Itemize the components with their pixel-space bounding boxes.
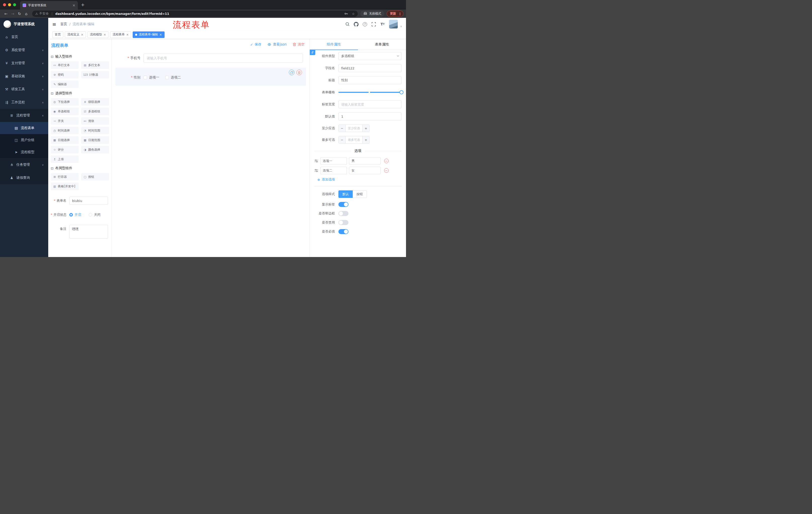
browser-menu-icon[interactable]: ⋮ <box>398 12 402 16</box>
component-chip-single-line-text[interactable]: ▭ 单行文本 <box>51 61 79 69</box>
component-chip-password[interactable]: ⊘ 密码 <box>51 71 79 78</box>
tag-process-definition[interactable]: 流程定义 × <box>65 31 86 38</box>
sidebar-item-task-management[interactable]: ⋔ 任务管理 ∨ <box>0 158 48 171</box>
back-icon[interactable]: ← <box>2 11 9 16</box>
max-select-placeholder[interactable]: 最多可选 <box>346 136 362 143</box>
window-close-button[interactable] <box>3 3 6 6</box>
component-type-select[interactable] <box>339 52 402 60</box>
sidebar-item-devtools[interactable]: ⚒ 研发工具 ∨ <box>0 83 48 96</box>
status-radio-off[interactable]: 关闭 <box>89 211 100 219</box>
tag-process-model[interactable]: 流程模型 × <box>87 31 109 38</box>
component-chip-select[interactable]: ◎ 下拉选择 <box>51 98 79 106</box>
sidebar-collapse-icon[interactable]: ≡ <box>52 21 56 27</box>
sidebar-item-process-model[interactable]: ➤ 流程模型 <box>0 146 48 158</box>
new-tab-button[interactable]: + <box>81 2 85 7</box>
style-default-button[interactable]: 默认 <box>339 190 353 198</box>
title-input[interactable] <box>339 76 402 84</box>
form-grid-slider[interactable] <box>339 88 402 96</box>
breadcrumb-home[interactable]: 首页 <box>60 22 67 26</box>
component-chip-time-picker[interactable]: ◷ 时间选择 <box>51 127 79 134</box>
bookmark-star-icon[interactable]: ☆ <box>352 12 355 16</box>
default-value-input[interactable] <box>339 112 402 120</box>
field-name-input[interactable] <box>339 64 402 72</box>
font-size-icon[interactable]: TT <box>380 22 385 27</box>
show-label-toggle[interactable] <box>339 202 348 207</box>
component-chip-cascader[interactable]: ⋔ 级联选择 <box>81 98 109 106</box>
stepper-increase-button[interactable]: + <box>362 136 369 143</box>
help-icon[interactable]: ? <box>362 22 368 27</box>
window-zoom-button[interactable] <box>13 3 16 6</box>
home-icon[interactable]: ⌂ <box>23 11 30 16</box>
component-chip-button[interactable]: ▢ 按钮 <box>81 173 109 181</box>
clear-button[interactable]: 清空 <box>293 42 304 47</box>
window-minimize-button[interactable] <box>8 3 11 6</box>
tab-close-icon[interactable]: × <box>72 3 76 7</box>
component-chip-time-range[interactable]: ◔ 时间范围 <box>81 127 109 134</box>
component-chip-date-picker[interactable]: ▦ 日期选择 <box>51 136 79 144</box>
label-width-input[interactable] <box>339 100 402 108</box>
component-chip-row-container[interactable]: ⊞ 行容器 <box>51 173 79 181</box>
component-chip-checkbox-group[interactable]: ☑ 多选框组 <box>81 108 109 115</box>
sidebar-item-payment[interactable]: ¥ 支付管理 ∨ <box>0 57 48 70</box>
form-remark-textarea[interactable]: 嘿嘿 <box>69 225 108 239</box>
tab-form-properties[interactable]: 表单属性 <box>358 39 406 50</box>
canvas-field-gender-selected[interactable]: 性别 选项一 选项二 <box>115 67 306 86</box>
component-chip-upload[interactable]: ↥ 上传 <box>51 155 79 163</box>
drag-handle-icon[interactable] <box>314 159 318 163</box>
security-indicator[interactable]: ⚠ 不安全 <box>35 11 49 16</box>
sidebar-item-workflow[interactable]: ⇶ 工作流程 ∧ <box>0 96 48 109</box>
sidebar-item-process-management[interactable]: ≣ 流程管理 ∧ <box>0 109 48 122</box>
tag-home[interactable]: 首页 <box>52 31 63 38</box>
drag-handle-icon[interactable] <box>314 169 318 172</box>
component-chip-date-range[interactable]: ▩ 日期范围 <box>81 136 109 144</box>
user-avatar[interactable] <box>389 20 398 29</box>
stepper-decrease-button[interactable]: − <box>339 136 346 143</box>
stepper-increase-button[interactable]: + <box>362 125 369 132</box>
tag-process-form-edit[interactable]: 流程表单-编辑 × <box>133 31 164 38</box>
github-icon[interactable] <box>354 22 359 27</box>
component-chip-editor[interactable]: ✎ 编辑器 <box>51 80 79 88</box>
option-value-input[interactable] <box>349 157 381 165</box>
component-chip-counter[interactable]: 123 计数器 <box>81 71 109 78</box>
delete-component-icon[interactable] <box>296 70 302 75</box>
browser-update-button[interactable]: 更新 ⋮ <box>387 10 404 17</box>
gender-option-1-checkbox[interactable]: 选项一 <box>143 75 159 80</box>
style-button-button[interactable]: 按钮 <box>353 190 367 198</box>
component-chip-radio-group[interactable]: ◉ 单选框组 <box>51 108 79 115</box>
canvas-field-phone[interactable]: 手机号 <box>115 52 306 64</box>
sidebar-item-user-group[interactable]: ◫ 用户分组 <box>0 134 48 146</box>
forward-icon[interactable]: → <box>9 11 16 16</box>
add-option-button[interactable]: ⊕ 添加选项 <box>317 177 402 182</box>
option-label-input[interactable] <box>320 157 347 165</box>
stepper-decrease-button[interactable]: − <box>339 125 346 132</box>
min-select-placeholder[interactable]: 至少应选 <box>346 125 362 132</box>
address-bar[interactable]: ⚠ 不安全 | dashboard.yudao.iocoder.cn/bpm/m… <box>32 10 358 17</box>
browser-tab[interactable]: 芋道管理系统 × <box>20 1 78 9</box>
sidebar-item-leave-query[interactable]: ♟ 请假查询 <box>0 171 48 184</box>
tag-close-icon[interactable]: × <box>126 33 128 36</box>
password-key-icon[interactable] <box>344 12 348 16</box>
slider-handle[interactable] <box>400 90 404 94</box>
search-icon[interactable] <box>345 22 350 27</box>
component-chip-rate[interactable]: ☆ 评分 <box>51 146 79 154</box>
sidebar-item-system[interactable]: ⚙ 系统管理 ∨ <box>0 44 48 57</box>
component-chip-slider[interactable]: ⊷ 滑块 <box>81 117 109 125</box>
component-type-value[interactable] <box>339 52 402 60</box>
sidebar-item-infrastructure[interactable]: ▣ 基础设施 ∨ <box>0 70 48 83</box>
fullscreen-icon[interactable] <box>371 22 376 27</box>
required-toggle[interactable] <box>339 229 348 234</box>
tag-process-form[interactable]: 流程表单 × <box>110 31 131 38</box>
sidebar-item-process-form[interactable]: ▤ 流程表单 <box>0 122 48 134</box>
tag-close-icon[interactable]: × <box>104 33 106 36</box>
remove-option-icon[interactable]: − <box>384 159 389 163</box>
save-button[interactable]: ✓ 保存 <box>250 42 261 47</box>
tag-close-icon[interactable]: × <box>160 33 162 36</box>
form-name-input[interactable] <box>69 197 108 205</box>
gender-option-2-checkbox[interactable]: 选项二 <box>165 75 181 80</box>
remove-option-icon[interactable]: − <box>384 168 389 173</box>
copy-component-icon[interactable] <box>289 70 294 75</box>
status-radio-on[interactable]: 开启 <box>69 211 81 219</box>
border-toggle[interactable] <box>339 211 348 216</box>
sidebar-item-home[interactable]: ⌂ 首页 <box>0 30 48 44</box>
component-chip-table[interactable]: ▥ 表格[开发中] <box>51 183 79 190</box>
